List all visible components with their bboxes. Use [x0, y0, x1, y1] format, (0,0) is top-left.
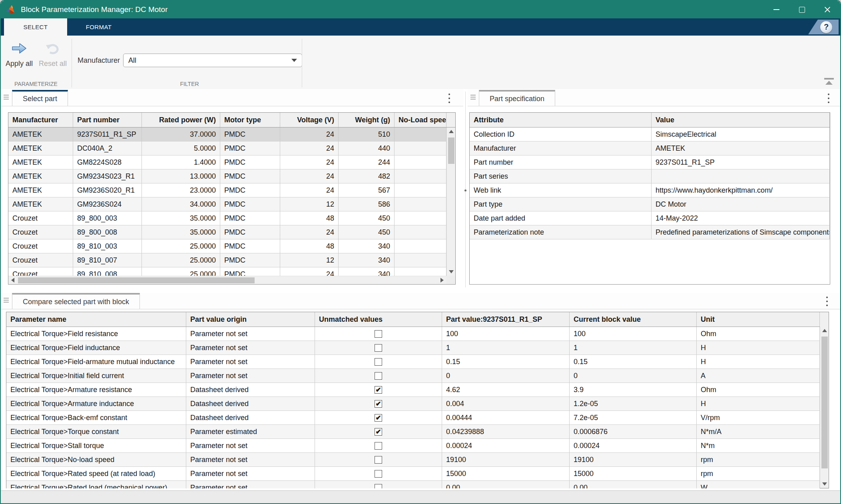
unit-cell: H: [697, 355, 820, 369]
tab-select[interactable]: SELECT: [4, 18, 67, 36]
table-cell: DC040A_2: [73, 141, 142, 155]
select-part-menu-button[interactable]: [446, 94, 453, 103]
panel-grip-handle[interactable]: [4, 95, 9, 101]
current-block-value-cell: 7.2e-05: [570, 411, 697, 425]
table-row[interactable]: AMETEKGM8224S0281.4000PMDC24244: [8, 155, 446, 169]
scroll-down-arrow[interactable]: [447, 268, 456, 276]
unit-cell: V/rpm: [697, 411, 820, 425]
scroll-right-arrow[interactable]: [438, 276, 446, 284]
apply-all-button[interactable]: Apply all: [2, 42, 36, 68]
unit-cell: A: [697, 369, 820, 383]
compare-tab-label: Compare selected part with block: [23, 298, 129, 306]
table-row: Electrical Torque>Stall torqueParameter …: [6, 439, 820, 453]
unmatched-checkbox[interactable]: [375, 442, 382, 450]
unmatched-checkbox[interactable]: [375, 330, 382, 338]
select-part-horizontal-scrollbar[interactable]: [8, 276, 446, 284]
table-cell: 25.0000: [142, 253, 220, 267]
table-row: Electrical Torque>Rated load (mechanical…: [6, 481, 820, 488]
part-specification-tab-label: Part specification: [490, 95, 544, 103]
table-cell: PMDC: [220, 183, 280, 197]
panel-splitter-handle[interactable]: [464, 189, 466, 191]
table-cell: AMETEK: [8, 197, 73, 211]
tab-select-part[interactable]: Select part: [12, 90, 68, 106]
current-block-value-cell: 0: [570, 369, 697, 383]
help-button[interactable]: ?: [808, 20, 839, 34]
table-row[interactable]: Crouzet89_810_00725.0000PMDC12340: [8, 253, 446, 267]
compare-menu-button[interactable]: [823, 297, 831, 306]
table-row[interactable]: Crouzet89_800_00335.0000PMDC48450: [8, 211, 446, 225]
table-row[interactable]: AMETEKGM9234S023_R113.0000PMDC24482: [8, 169, 446, 183]
header-gutter: [446, 113, 455, 127]
parameter-name-cell: Electrical Torque>Field-armature mutual …: [6, 355, 186, 369]
table-cell: 482: [339, 169, 395, 183]
column-header: Voltage (V): [280, 113, 339, 127]
table-row[interactable]: AMETEK9237S011_R1_SP37.0000PMDC24510: [8, 127, 446, 141]
part-specification-menu-button[interactable]: [825, 94, 832, 103]
panel-grip-handle[interactable]: [4, 298, 9, 304]
table-row[interactable]: Crouzet89_800_00835.0000PMDC24450: [8, 225, 446, 239]
current-block-value-cell: 15000: [570, 467, 697, 481]
table-row: Electrical Torque>Initial field currentP…: [6, 369, 820, 383]
current-block-value-cell: 3.9: [570, 383, 697, 397]
table-cell: 48: [280, 239, 339, 253]
table-cell: 24: [280, 141, 339, 155]
panel-grip-handle[interactable]: [470, 95, 476, 101]
collapse-ribbon-icon: [825, 81, 833, 85]
table-cell: [395, 183, 446, 197]
compare-vertical-scrollbar[interactable]: [820, 327, 829, 488]
scroll-left-arrow[interactable]: [8, 276, 17, 284]
part-specification-table-header: AttributeValue: [470, 113, 830, 127]
table-cell: 13.0000: [142, 169, 220, 183]
unmatched-checkbox[interactable]: ✔: [375, 400, 382, 408]
table-row: Part typeDC Motor: [470, 197, 830, 211]
table-row: Electrical Torque>Field inductanceParame…: [6, 341, 820, 355]
column-header: Unit: [697, 312, 820, 327]
scroll-down-arrow[interactable]: [820, 480, 829, 488]
table-cell: AMETEK: [8, 141, 73, 155]
table-row[interactable]: Crouzet89_810_00825.0000PMDC24340: [8, 267, 446, 276]
scrollbar-thumb[interactable]: [821, 337, 828, 468]
maximize-button[interactable]: [789, 1, 815, 18]
close-button[interactable]: [815, 1, 840, 18]
part-value-cell: 0.00444: [442, 411, 570, 425]
collapse-ribbon-button[interactable]: [824, 78, 834, 85]
table-cell: [395, 197, 446, 211]
parameter-name-cell: Electrical Torque>Rated load (mechanical…: [6, 481, 186, 488]
unmatched-checkbox[interactable]: [375, 358, 382, 366]
manufacturer-dropdown[interactable]: All: [123, 54, 302, 67]
minimize-icon: [773, 9, 779, 10]
unmatched-checkbox[interactable]: ✔: [375, 414, 382, 422]
scrollbar-thumb[interactable]: [448, 137, 454, 164]
statusbar: [1, 490, 840, 503]
part-value-origin-cell: Parameter not set: [186, 341, 315, 355]
section-divider: [72, 39, 72, 88]
table-row[interactable]: AMETEKGM9236S020_R123.0000PMDC24567: [8, 183, 446, 197]
tab-part-specification[interactable]: Part specification: [479, 90, 555, 106]
scroll-up-arrow[interactable]: [820, 327, 829, 335]
scroll-up-arrow[interactable]: [447, 127, 456, 135]
minimize-button[interactable]: [763, 1, 789, 18]
select-part-vertical-scrollbar[interactable]: [446, 127, 455, 276]
unmatched-checkbox[interactable]: ✔: [375, 386, 382, 394]
unmatched-values-cell: [315, 481, 442, 488]
table-row: Electrical Torque>Armature inductanceDat…: [6, 397, 820, 411]
unmatched-checkbox[interactable]: [375, 456, 382, 464]
unmatched-checkbox[interactable]: [375, 484, 382, 489]
scrollbar-thumb[interactable]: [18, 277, 255, 283]
tab-format[interactable]: FORMAT: [67, 18, 130, 36]
compare-table-body: Electrical Torque>Field resistanceParame…: [6, 327, 820, 488]
tab-compare[interactable]: Compare selected part with block: [12, 293, 140, 309]
table-row[interactable]: AMETEKGM9236S02434.0000PMDC12586: [8, 197, 446, 211]
table-cell: 24: [280, 267, 339, 276]
unmatched-checkbox[interactable]: [375, 372, 382, 380]
reset-all-button[interactable]: Reset all: [36, 42, 70, 68]
unmatched-checkbox[interactable]: [375, 470, 382, 478]
unmatched-checkbox[interactable]: ✔: [375, 428, 382, 436]
table-row: Electrical Torque>No-load speedParameter…: [6, 453, 820, 467]
unmatched-checkbox[interactable]: [375, 344, 382, 352]
select-part-table: ManufacturerPart numberRated power (W)Mo…: [8, 112, 456, 285]
part-specification-table: AttributeValue Collection IDSimscapeElec…: [469, 112, 830, 285]
table-row[interactable]: AMETEKDC040A_25.0000PMDC24440: [8, 141, 446, 155]
window-title: Block Parameterization Manager: DC Motor: [21, 5, 167, 14]
table-row[interactable]: Crouzet89_810_00325.0000PMDC48340: [8, 239, 446, 253]
